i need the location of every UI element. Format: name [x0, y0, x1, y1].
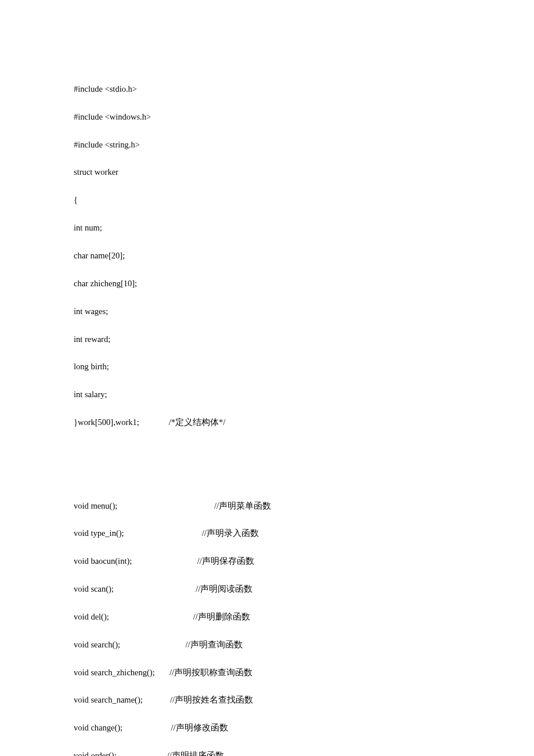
- inline-space: [132, 556, 197, 566]
- code-comment: /*定义结构体*/: [169, 417, 226, 427]
- code-line: void menu(); //声明菜单函数: [74, 499, 517, 513]
- code-text: void baocun(int);: [74, 556, 132, 566]
- inline-space: [139, 417, 169, 427]
- code-comment: //声明排序函数: [167, 751, 224, 756]
- inline-space: [155, 668, 169, 677]
- code-line: void baocun(int); //声明保存函数: [74, 555, 517, 568]
- code-line: long birth;: [74, 360, 517, 374]
- code-text: void search_zhicheng();: [74, 668, 155, 677]
- code-line: void order(); //声明排序函数: [74, 749, 517, 756]
- code-text: void search();: [74, 640, 120, 649]
- code-comment: //声明修改函数: [171, 723, 228, 732]
- code-line: void search(); //声明查询函数: [74, 638, 517, 652]
- code-comment: //声明菜单函数: [214, 501, 271, 510]
- code-line: int num;: [74, 221, 517, 235]
- blank-line: [74, 444, 517, 458]
- code-line: char name[20];: [74, 249, 517, 263]
- code-comment: //声明查询函数: [186, 640, 243, 649]
- code-text: }work[500],work1;: [74, 417, 139, 427]
- code-line: void search_zhicheng(); //声明按职称查询函数: [74, 666, 517, 680]
- inline-space: [117, 751, 167, 756]
- code-text: void scan();: [74, 584, 114, 593]
- code-comment: //声明按姓名查找函数: [170, 695, 253, 704]
- code-text: void menu();: [74, 501, 117, 510]
- code-text: void del();: [74, 612, 109, 621]
- inline-space: [143, 695, 170, 704]
- inline-space: [124, 528, 202, 538]
- code-line: struct worker: [74, 165, 517, 179]
- inline-space: [114, 584, 196, 593]
- code-line: int reward;: [74, 333, 517, 347]
- inline-space: [122, 723, 171, 732]
- inline-space: [120, 640, 185, 649]
- code-line: {: [74, 193, 517, 207]
- code-line: }work[500],work1; /*定义结构体*/: [74, 416, 517, 430]
- inline-space: [109, 612, 193, 621]
- code-line: #include <windows.h>: [74, 110, 517, 124]
- code-text: void search_name();: [74, 695, 143, 704]
- code-line: char zhicheng[10];: [74, 277, 517, 291]
- inline-space: [117, 501, 214, 510]
- code-text: void change();: [74, 723, 122, 732]
- code-comment: //声明阅读函数: [196, 584, 252, 593]
- code-line: #include <string.h>: [74, 138, 517, 152]
- code-comment: //声明保存函数: [197, 556, 254, 566]
- code-line: void change(); //声明修改函数: [74, 721, 517, 735]
- code-line: void type_in(); //声明录入函数: [74, 527, 517, 541]
- code-line: #include <stdio.h>: [74, 82, 517, 96]
- code-comment: //声明删除函数: [193, 612, 250, 621]
- code-comment: //声明录入函数: [202, 528, 259, 538]
- code-line: void scan(); //声明阅读函数: [74, 582, 517, 596]
- code-comment: //声明按职称查询函数: [169, 668, 252, 677]
- code-line: void del(); //声明删除函数: [74, 610, 517, 624]
- blank-line: [74, 471, 517, 485]
- code-line: int salary;: [74, 388, 517, 402]
- code-line: void search_name(); //声明按姓名查找函数: [74, 693, 517, 707]
- code-line: int wages;: [74, 305, 517, 319]
- code-text: void order();: [74, 751, 117, 756]
- document-page: #include <stdio.h> #include <windows.h> …: [0, 0, 534, 756]
- code-text: void type_in();: [74, 528, 124, 538]
